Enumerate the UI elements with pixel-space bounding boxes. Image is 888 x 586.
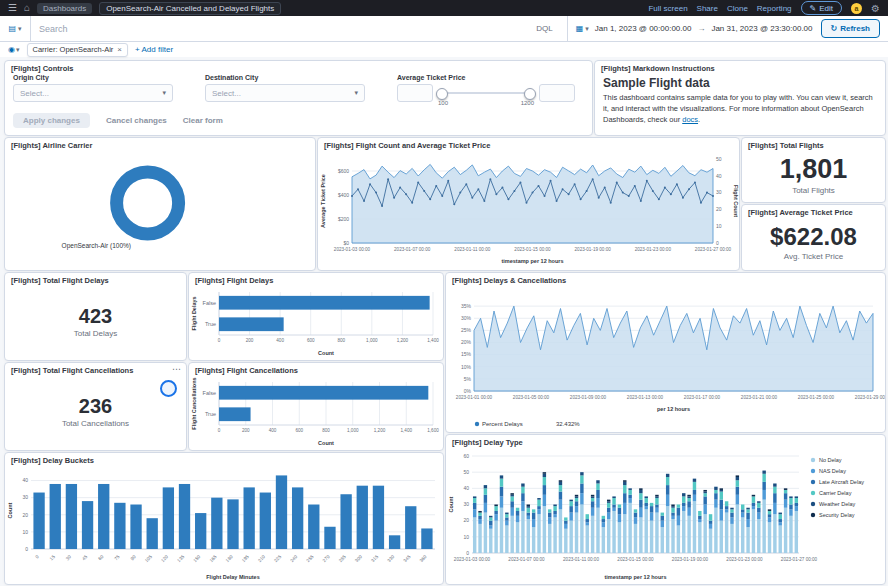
breadcrumb[interactable]: Dashboards <box>37 3 92 14</box>
metric-value: 236 <box>79 396 112 416</box>
origin-city-select[interactable]: Select...▾ <box>13 84 173 102</box>
gear-icon[interactable]: ⚙ <box>871 3 880 14</box>
metric-label: Avg. Ticket Price <box>784 252 843 261</box>
svg-text:$200: $200 <box>338 216 349 222</box>
svg-text:Count: Count <box>318 350 334 356</box>
price-max-input[interactable] <box>539 84 575 102</box>
add-filter-link[interactable]: + Add filter <box>135 45 173 54</box>
svg-text:True: True <box>205 321 216 327</box>
svg-text:Carrier Delay: Carrier Delay <box>819 490 852 496</box>
svg-text:NAS Delay: NAS Delay <box>819 468 846 474</box>
svg-text:195: 195 <box>241 554 250 563</box>
svg-text:2023-01-11 00:00: 2023-01-11 00:00 <box>454 247 490 252</box>
svg-text:210: 210 <box>257 554 266 563</box>
panel-title: [Flights] Flight Count and Average Ticke… <box>318 138 739 151</box>
menu-icon[interactable]: ☰ <box>8 0 17 16</box>
svg-text:1,200: 1,200 <box>374 428 386 433</box>
svg-text:2023-01-23 00:00: 2023-01-23 00:00 <box>635 247 672 252</box>
svg-text:2023-01-07 00:00: 2023-01-07 00:00 <box>508 557 545 562</box>
chevron-down-icon: ▾ <box>585 25 589 33</box>
flight-delays-bar-chart[interactable]: 02004006008001,0001,2001,400FalseTrueFli… <box>189 286 443 359</box>
refresh-icon: ↻ <box>831 24 838 33</box>
share-link[interactable]: Share <box>697 4 718 13</box>
calendar-button[interactable]: ▦▾ <box>576 24 589 33</box>
svg-text:2023-01-23 00:00: 2023-01-23 00:00 <box>726 557 763 562</box>
svg-text:1,000: 1,000 <box>366 338 378 343</box>
controls-buttons: Apply changes Cancel changes Clear form <box>13 113 223 128</box>
destination-city-select[interactable]: Select...▾ <box>205 84 365 102</box>
delays-cancellations-area-chart[interactable]: 0%5%10%15%20%25%30%35%2023-01-01 00:0020… <box>446 286 885 431</box>
panel-total-flights: [Flights] Total Flights 1,801 Total Flig… <box>741 137 886 203</box>
svg-text:timestamp per 12 hours: timestamp per 12 hours <box>501 258 563 264</box>
delay-type-stacked-chart[interactable]: 01020304050602023-01-03 00:002023-01-07 … <box>446 448 885 583</box>
date-range-start[interactable]: Jan 1, 2023 @ 00:00:00.00 <box>595 24 692 33</box>
search-input[interactable]: Search DQL <box>31 16 567 41</box>
svg-text:5%: 5% <box>464 376 472 382</box>
panel-title: [Flights] Delay Type <box>446 435 885 448</box>
refresh-button[interactable]: ↻Refresh <box>821 19 881 38</box>
svg-text:No Delay: No Delay <box>819 457 842 463</box>
svg-text:20: 20 <box>716 206 722 212</box>
svg-text:32.432%: 32.432% <box>556 421 580 427</box>
saved-query-menu-button[interactable]: ▤▾ <box>0 16 31 41</box>
svg-text:2023-01-13 00:00: 2023-01-13 00:00 <box>627 395 664 400</box>
svg-text:30: 30 <box>463 501 469 507</box>
airline-carrier-donut-chart[interactable]: OpenSearch-Air (100%) <box>5 151 315 269</box>
svg-text:0: 0 <box>716 240 719 246</box>
svg-text:75: 75 <box>113 554 120 561</box>
filter-pill-carrier[interactable]: Carrier: OpenSearch-Air× <box>27 43 129 57</box>
svg-text:2023-01-09 00:00: 2023-01-09 00:00 <box>570 395 607 400</box>
panel-markdown-instructions: [Flights] Markdown Instructions Sample F… <box>594 60 886 136</box>
delay-buckets-bar-chart[interactable]: 0102030400153045607590105120135150165180… <box>5 466 443 583</box>
panel-delay-type: [Flights] Delay Type 01020304050602023-0… <box>445 434 886 585</box>
svg-text:0: 0 <box>218 428 221 433</box>
flight-cancellations-bar-chart[interactable]: 02004006008001,0001,2001,4001,600FalseTr… <box>189 376 443 449</box>
panel-delay-buckets: [Flights] Delay Buckets 0102030400153045… <box>4 452 444 585</box>
svg-text:35%: 35% <box>461 303 472 309</box>
svg-text:270: 270 <box>322 554 331 563</box>
chevron-down-icon: ▾ <box>162 89 166 97</box>
cancel-changes-button[interactable]: Cancel changes <box>106 116 167 125</box>
markdown-heading: Sample Flight data <box>595 74 885 93</box>
reporting-link[interactable]: Reporting <box>757 4 792 13</box>
svg-text:60: 60 <box>463 453 469 459</box>
svg-text:10: 10 <box>463 534 469 540</box>
svg-text:Late Aircraft Delay: Late Aircraft Delay <box>819 479 864 485</box>
svg-text:Flight Cancellations: Flight Cancellations <box>191 377 197 429</box>
filter-menu-button[interactable]: ◉▾ <box>8 45 20 54</box>
svg-text:1,400: 1,400 <box>401 428 413 433</box>
slider-handle-max[interactable] <box>524 88 536 100</box>
date-range-end[interactable]: Jan 31, 2023 @ 23:30:00.00 <box>711 24 812 33</box>
clone-link[interactable]: Clone <box>727 4 748 13</box>
slider-min-label: 100 <box>438 100 448 106</box>
clear-form-button[interactable]: Clear form <box>183 116 223 125</box>
slider-track <box>438 92 534 94</box>
full-screen-link[interactable]: Full screen <box>648 4 687 13</box>
destination-city-label: Destination City <box>205 74 365 81</box>
opensearch-dashboard-app: ☰ ⌂ Dashboards OpenSearch-Air Cancelled … <box>0 0 888 586</box>
slider-handle-min[interactable] <box>436 88 448 100</box>
home-icon[interactable]: ⌂ <box>24 0 30 16</box>
query-language-toggle[interactable]: DQL <box>530 24 558 33</box>
svg-text:300: 300 <box>354 554 363 563</box>
edit-button[interactable]: ✎Edit <box>801 1 843 15</box>
metric-label: Total Delays <box>74 329 118 338</box>
svg-text:1,200: 1,200 <box>397 338 409 343</box>
docs-link[interactable]: docs <box>682 115 698 124</box>
svg-text:285: 285 <box>338 554 347 563</box>
controls-row: Origin City Select...▾ Destination City … <box>13 74 575 102</box>
svg-text:255: 255 <box>306 554 315 563</box>
svg-text:10: 10 <box>716 223 722 229</box>
svg-text:105: 105 <box>144 554 153 563</box>
markdown-body: This dashboard contains sample data for … <box>595 93 885 126</box>
ticket-price-label: Average Ticket Price <box>397 74 575 81</box>
svg-text:25%: 25% <box>461 327 472 333</box>
svg-text:0: 0 <box>218 338 221 343</box>
apply-changes-button[interactable]: Apply changes <box>13 113 90 128</box>
close-icon[interactable]: × <box>117 45 122 54</box>
price-min-input[interactable] <box>397 84 433 102</box>
panel-flight-delays: [Flights] Flight Delays 02004006008001,0… <box>188 272 444 361</box>
page-title: OpenSearch-Air Cancelled and Delayed Fli… <box>99 2 281 15</box>
avatar[interactable]: a <box>851 3 862 14</box>
flight-count-area-chart[interactable]: $0$200$400$600010203040502023-01-03 00:0… <box>318 151 739 269</box>
